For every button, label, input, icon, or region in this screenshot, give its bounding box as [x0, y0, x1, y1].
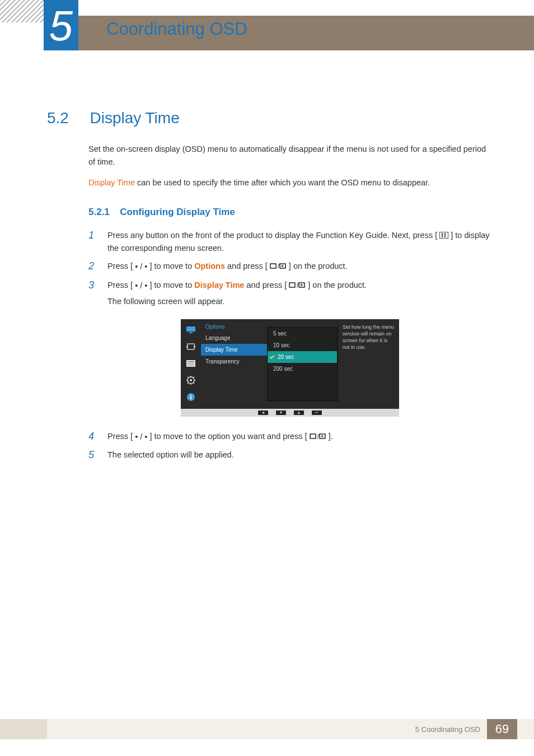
svg-rect-0 — [439, 232, 448, 239]
svg-rect-9 — [186, 326, 195, 332]
menu-icon — [439, 230, 448, 242]
screen-enter-icon: / — [270, 260, 287, 273]
list-icon — [185, 358, 196, 368]
step-number: 5 — [88, 447, 94, 463]
step-number: 4 — [88, 429, 94, 445]
step-1: 1 Press any button on the front of the p… — [88, 229, 491, 255]
dot-slash-dot-icon: • / • — [135, 279, 147, 292]
osd-btn-enter: ↵ — [312, 410, 322, 415]
body-content: Set the on-screen display (OSD) menu to … — [88, 143, 491, 467]
osd-menu-header: Options — [201, 323, 267, 332]
step-text: Press any button on the front of the pro… — [107, 231, 490, 253]
step4-b: ] to move to the option you want and pre… — [149, 432, 307, 441]
subsection-number: 5.2.1 — [88, 207, 110, 217]
step-number: 3 — [88, 278, 94, 293]
svg-line-23 — [193, 382, 194, 384]
step-2: 2 Press [ • / • ] to move to Options and… — [88, 260, 491, 273]
osd-btn-down: ▼ — [276, 410, 286, 415]
osd-opt-20sec: 20 sec — [268, 351, 337, 363]
step4-a: Press [ — [107, 432, 133, 441]
svg-line-22 — [188, 377, 189, 378]
monitor-icon — [185, 325, 196, 335]
step-list-continued: 4 Press [ • / • ] to move to the option … — [88, 430, 491, 461]
highlight-display-time: Display Time — [88, 178, 135, 187]
footer-chapter-label: 5 Coordinating OSD — [415, 725, 480, 734]
section-heading: 5.2 Display Time — [47, 109, 180, 127]
svg-line-25 — [193, 377, 194, 378]
svg-rect-10 — [189, 332, 193, 333]
osd-menu-language: Language — [201, 332, 267, 344]
svg-line-24 — [188, 382, 189, 384]
svg-rect-27 — [190, 396, 191, 399]
step-number: 1 — [88, 228, 94, 244]
step3-b: ] to move to — [149, 281, 194, 290]
gear-icon — [185, 375, 196, 385]
osd-footer-buttons: ◄ ▼ ▲ ↵ — [181, 409, 399, 417]
step2-b: ] to move to — [149, 262, 194, 270]
screen-enter-icon: / — [289, 279, 306, 292]
step-text: The selected option will be applied. — [107, 450, 234, 459]
osd-opt-5sec: 5 sec — [268, 328, 337, 339]
intro-paragraph-1: Set the on-screen display (OSD) menu to … — [88, 143, 491, 169]
osd-screenshot: Options Language Display Time Transparen… — [181, 319, 399, 417]
step-4: 4 Press [ • / • ] to move to the option … — [88, 430, 491, 443]
svg-rect-28 — [190, 395, 191, 396]
step3-a: Press [ — [107, 281, 133, 290]
step-text: Press [ • / • ] to move to Options and p… — [107, 262, 348, 270]
osd-menu-list: Options Language Display Time Transparen… — [201, 319, 267, 409]
step-3: 3 Press [ • / • ] to move to Display Tim… — [88, 279, 491, 308]
subsection-heading: 5.2.1 Configuring Display Time — [88, 207, 491, 218]
step-text: Press [ • / • ] to move to Display Time … — [107, 281, 491, 306]
subsection-title: Configuring Display Time — [120, 207, 235, 217]
chapter-title: Coordinating OSD — [106, 19, 247, 39]
footer-left-accent — [0, 719, 47, 739]
step-text: Press [ • / • ] to move to the option yo… — [107, 432, 333, 441]
svg-rect-3 — [270, 264, 276, 268]
osd-btn-up: ▲ — [294, 410, 304, 415]
info-icon — [185, 392, 196, 402]
svg-rect-6 — [289, 283, 295, 287]
chapter-number-box: 5 — [44, 0, 78, 50]
osd-options-list: 5 sec 10 sec 20 sec 200 sec — [267, 327, 338, 401]
highlight-options: Options — [194, 262, 225, 270]
step3-f: The following screen will appear. — [107, 297, 225, 306]
corner-hatch-decoration — [0, 0, 44, 22]
step-number: 2 — [88, 259, 94, 274]
highlight-display-time-step: Display Time — [194, 281, 244, 290]
step3-e: ] on the product. — [308, 281, 367, 290]
section-number: 5.2 — [47, 109, 87, 127]
screen-enter-icon: / — [310, 431, 326, 443]
step3-d: and press [ — [246, 281, 287, 290]
intro-p2-rest: can be used to specify the time after wh… — [135, 178, 430, 187]
osd-help-text: Set how long the menu window will remain… — [338, 319, 399, 409]
page-footer: 5 Coordinating OSD 69 — [0, 719, 534, 739]
svg-rect-11 — [188, 344, 194, 349]
step1-a: Press any button on the front of the pro… — [107, 231, 437, 240]
dot-slash-dot-icon: • / • — [135, 431, 147, 443]
osd-menu-display-time: Display Time — [201, 344, 267, 356]
step-5: 5 The selected option will be applied. — [88, 449, 491, 461]
step2-e: ] on the product. — [289, 262, 348, 270]
step2-d: and press [ — [227, 262, 268, 270]
osd-panel: Options Language Display Time Transparen… — [181, 319, 399, 409]
osd-opt-10sec: 10 sec — [268, 339, 337, 351]
osd-sidebar-icons — [181, 319, 201, 409]
step2-a: Press [ — [107, 262, 133, 270]
osd-menu-transparency: Transparency — [201, 356, 267, 367]
header-bar — [0, 16, 534, 50]
intro-paragraph-2: Display Time can be used to specify the … — [88, 176, 491, 189]
resize-icon — [185, 342, 196, 352]
dot-slash-dot-icon: • / • — [135, 260, 147, 273]
page-number: 69 — [487, 719, 517, 739]
osd-btn-left: ◄ — [258, 410, 268, 415]
svg-rect-29 — [310, 434, 316, 438]
step-list: 1 Press any button on the front of the p… — [88, 229, 491, 308]
section-title: Display Time — [90, 109, 179, 127]
svg-point-17 — [190, 379, 192, 381]
step4-c: ]. — [329, 432, 333, 441]
osd-opt-200sec: 200 sec — [268, 363, 337, 375]
